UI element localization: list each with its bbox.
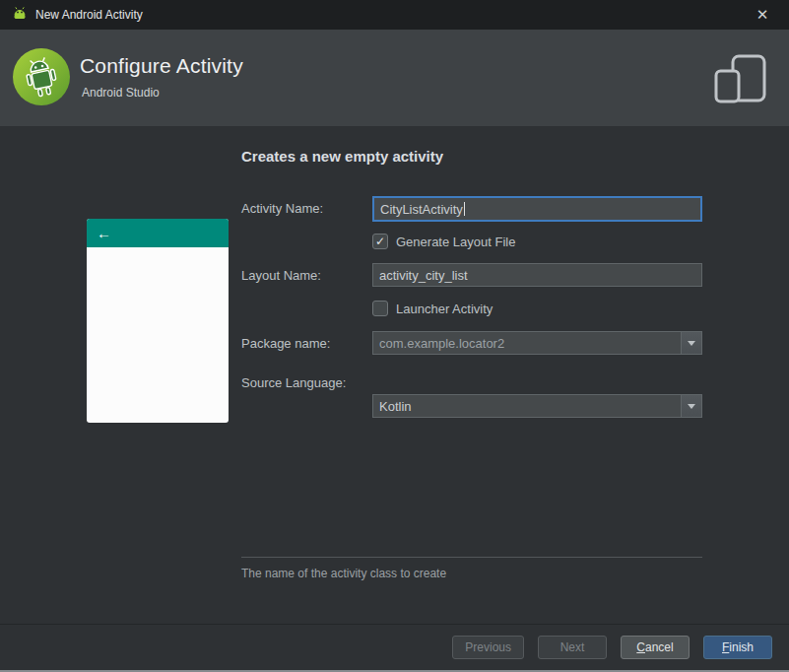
layout-name-label: Layout Name:: [241, 264, 321, 288]
wizard-content: Creates a new empty activity ← Activity …: [0, 126, 789, 624]
source-language-combobox[interactable]: Kotlin: [372, 394, 702, 418]
activity-name-label: Activity Name:: [241, 197, 323, 221]
next-button[interactable]: Next: [538, 636, 607, 659]
checkmark-icon: ✓: [375, 235, 385, 248]
step-heading: Creates a new empty activity: [241, 148, 443, 165]
launcher-activity-row: Launcher Activity: [372, 301, 493, 316]
device-form-factor-icon: [714, 54, 767, 107]
text-caret: [464, 202, 465, 216]
android-studio-logo-icon: [13, 48, 70, 105]
back-arrow-icon: ←: [97, 225, 111, 241]
close-icon[interactable]: ✕: [748, 0, 777, 30]
generate-layout-row: ✓ Generate Layout File: [372, 234, 515, 249]
wizard-subtitle: Android Studio: [82, 86, 160, 100]
launcher-activity-label: Launcher Activity: [396, 302, 493, 316]
hint-separator: [241, 557, 702, 558]
source-language-label: Source Language:: [241, 371, 346, 395]
activity-name-value: CityListActivity: [380, 202, 463, 217]
new-android-activity-dialog: New Android Activity ✕: [0, 0, 789, 672]
generate-layout-label: Generate Layout File: [396, 235, 515, 249]
launcher-activity-checkbox[interactable]: [372, 301, 388, 316]
generate-layout-checkbox[interactable]: ✓: [372, 234, 388, 249]
package-name-combobox[interactable]: com.example.locator2: [372, 331, 702, 355]
language-dropdown-button[interactable]: [681, 395, 701, 417]
chevron-down-icon: [688, 341, 695, 346]
field-hint-text: The name of the activity class to create: [241, 567, 446, 580]
wizard-title: Configure Activity: [80, 54, 243, 78]
package-name-label: Package name:: [241, 332, 330, 356]
finish-button[interactable]: Finish: [703, 636, 772, 659]
dialog-footer: Previous Next Cancel Finish: [0, 624, 789, 670]
layout-name-input[interactable]: activity_city_list: [372, 263, 702, 287]
activity-preview-thumbnail: ←: [87, 219, 229, 423]
android-app-icon: [12, 5, 28, 25]
preview-appbar: ←: [87, 219, 229, 247]
source-language-value: Kotlin: [379, 399, 412, 414]
cancel-button[interactable]: Cancel: [621, 636, 690, 659]
window-title: New Android Activity: [35, 8, 143, 22]
package-dropdown-button[interactable]: [681, 332, 701, 354]
chevron-down-icon: [688, 404, 695, 409]
wizard-header: Configure Activity Android Studio: [0, 30, 789, 126]
layout-name-value: activity_city_list: [379, 268, 468, 283]
package-name-value: com.example.locator2: [379, 336, 504, 351]
activity-name-input[interactable]: CityListActivity: [372, 196, 702, 222]
previous-button[interactable]: Previous: [452, 636, 524, 659]
titlebar: New Android Activity ✕: [0, 0, 789, 30]
